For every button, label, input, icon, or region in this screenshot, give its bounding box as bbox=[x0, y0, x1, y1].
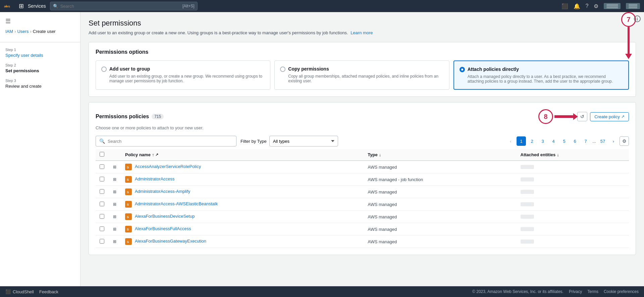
filter-type-select[interactable]: All types AWS managed AWS managed - job … bbox=[269, 136, 338, 146]
annotation-8-circle: 8 bbox=[538, 109, 553, 124]
account-menu[interactable]: ▒▒▒▒ bbox=[604, 3, 621, 9]
permission-options-group: Add user to group Add user to an existin… bbox=[96, 60, 629, 90]
row-checkbox-5[interactable] bbox=[100, 226, 104, 231]
settings-icon[interactable]: ⚙ bbox=[594, 3, 598, 9]
pagination-prev[interactable]: ‹ bbox=[506, 136, 515, 146]
row-checkbox-3[interactable] bbox=[100, 202, 104, 206]
policy-search-input[interactable] bbox=[108, 139, 233, 144]
row-checkbox-0[interactable] bbox=[100, 164, 104, 169]
row-expand-btn-1[interactable]: ⊞ bbox=[112, 176, 117, 182]
policy-link-4[interactable]: AlexaForBusinessDeviceSetup bbox=[135, 214, 195, 219]
pagination-settings-btn[interactable]: ⚙ bbox=[620, 136, 629, 146]
breadcrumb-iam[interactable]: IAM bbox=[5, 29, 13, 34]
policies-table: Policy name ↑ ↗ Type ↓ bbox=[96, 149, 629, 248]
add-to-group-radio[interactable] bbox=[101, 67, 107, 72]
pagination-page-1[interactable]: 1 bbox=[517, 136, 526, 146]
pagination-page-5[interactable]: 5 bbox=[559, 136, 569, 146]
create-policy-button[interactable]: Create policy ↗ bbox=[590, 112, 629, 121]
svg-text:S: S bbox=[127, 228, 129, 231]
aws-cloudshell-icon[interactable]: ⬛ bbox=[561, 3, 568, 9]
row-attached-2 bbox=[517, 186, 629, 198]
attach-policies-option[interactable]: Attach policies directly Attach a manage… bbox=[453, 60, 629, 90]
row-expand-btn-6[interactable]: ⊞ bbox=[112, 239, 117, 245]
row-expand-btn-0[interactable]: ⊞ bbox=[112, 164, 117, 170]
row-attached-4 bbox=[517, 211, 629, 223]
privacy-link[interactable]: Privacy bbox=[569, 289, 582, 294]
col-attached-entities[interactable]: Attached entities ↓ bbox=[517, 149, 629, 161]
support-icon[interactable]: ? bbox=[586, 3, 589, 9]
external-link-icon: ↗ bbox=[155, 153, 158, 157]
copy-permissions-radio[interactable] bbox=[280, 67, 285, 72]
col-type[interactable]: Type ↓ bbox=[364, 149, 516, 161]
table-row: ⊞ S AccessAnalyzerServiceRolePolicy AWS … bbox=[96, 161, 629, 173]
row-expand-btn-4[interactable]: ⊞ bbox=[112, 214, 117, 220]
row-checkbox-1[interactable] bbox=[100, 177, 104, 181]
copy-permissions-desc: Copy all group memberships, attached man… bbox=[288, 74, 443, 83]
breadcrumb-users[interactable]: Users bbox=[17, 29, 29, 34]
select-all-checkbox[interactable] bbox=[100, 152, 104, 157]
breadcrumb: IAM › Users › Create user bbox=[0, 29, 80, 39]
policy-link-6[interactable]: AlexaForBusinessGatewayExecution bbox=[135, 239, 206, 244]
notifications-icon[interactable]: 🔔 bbox=[574, 3, 580, 9]
page-info-icon[interactable]: i bbox=[634, 15, 641, 22]
row-attached-3 bbox=[517, 198, 629, 211]
policy-link-5[interactable]: AlexaForBusinessFullAccess bbox=[135, 226, 191, 231]
policy-icon-2: S bbox=[125, 188, 132, 195]
pagination-page-last[interactable]: 57 bbox=[598, 136, 607, 146]
row-type-2: AWS managed bbox=[364, 186, 516, 198]
grid-icon[interactable]: ⊞ bbox=[19, 2, 24, 10]
add-to-group-option[interactable]: Add user to group Add user to an existin… bbox=[96, 60, 270, 90]
cloudshell-button[interactable]: ⬛ CloudShell bbox=[5, 289, 34, 294]
row-policy-name-0: S AccessAnalyzerServiceRolePolicy bbox=[121, 161, 364, 173]
permissions-options-title: Permissions options bbox=[96, 49, 629, 55]
step-1-label: Step 1 bbox=[5, 48, 75, 52]
pagination-page-6[interactable]: 6 bbox=[570, 136, 580, 146]
row-type-5: AWS managed bbox=[364, 223, 516, 236]
refresh-button[interactable]: ↺ bbox=[577, 112, 587, 121]
row-checkbox-cell bbox=[96, 211, 108, 223]
copyright-text: © 2023, Amazon Web Services, Inc. or its… bbox=[472, 289, 564, 294]
table-row: ⊞ S AdministratorAccess AWS managed - jo… bbox=[96, 173, 629, 186]
table-row: ⊞ S AlexaForBusinessGatewayExecution AWS… bbox=[96, 236, 629, 248]
policy-link-3[interactable]: AdministratorAccess-AWSElasticBeanstalk bbox=[135, 201, 218, 206]
annotation-8: 8 bbox=[538, 109, 575, 124]
policy-link-0[interactable]: AccessAnalyzerServiceRolePolicy bbox=[135, 164, 201, 169]
row-checkbox-2[interactable] bbox=[100, 189, 104, 194]
feedback-button[interactable]: Feedback bbox=[39, 289, 58, 294]
pagination-page-3[interactable]: 3 bbox=[538, 136, 547, 146]
permissions-options-panel: Permissions options Add user to group Ad… bbox=[89, 42, 636, 97]
row-expand-btn-2[interactable]: ⊞ bbox=[112, 189, 117, 195]
search-input[interactable] bbox=[60, 4, 180, 9]
services-link[interactable]: Services bbox=[28, 3, 46, 9]
row-expand-btn-3[interactable]: ⊞ bbox=[112, 201, 117, 207]
pagination-next[interactable]: › bbox=[609, 136, 618, 146]
table-row: ⊞ S AlexaForBusinessDeviceSetup AWS mana… bbox=[96, 211, 629, 223]
attach-policies-radio[interactable] bbox=[460, 67, 465, 72]
row-type-4: AWS managed bbox=[364, 211, 516, 223]
menu-icon[interactable]: ☰ bbox=[0, 17, 80, 29]
cloudshell-label: CloudShell bbox=[13, 289, 34, 294]
region-menu[interactable]: ▒▒▒ bbox=[626, 3, 640, 9]
row-checkbox-6[interactable] bbox=[100, 239, 104, 244]
pagination-page-7[interactable]: 7 bbox=[581, 136, 590, 146]
row-attached-1 bbox=[517, 173, 629, 186]
top-navigation: aws ⊞ Services 🔍 [Alt+S] ⬛ 🔔 ? ⚙ ▒▒▒▒ ▒▒… bbox=[0, 0, 644, 12]
cookie-preferences-link[interactable]: Cookie preferences bbox=[604, 289, 639, 294]
col-policy-name[interactable]: Policy name ↑ ↗ bbox=[121, 149, 364, 161]
row-checkbox-4[interactable] bbox=[100, 214, 104, 219]
copy-permissions-option[interactable]: Copy permissions Copy all group membersh… bbox=[274, 60, 449, 90]
policy-link-1[interactable]: AdministratorAccess bbox=[135, 176, 174, 181]
svg-text:S: S bbox=[127, 166, 129, 169]
step-1-name[interactable]: Specify user details bbox=[5, 53, 43, 58]
policy-link-2[interactable]: AdministratorAccess-Amplify bbox=[135, 189, 190, 194]
pagination-page-2[interactable]: 2 bbox=[527, 136, 537, 146]
global-search-box[interactable]: 🔍 [Alt+S] bbox=[50, 2, 198, 10]
pagination-page-4[interactable]: 4 bbox=[549, 136, 558, 146]
learn-more-link[interactable]: Learn more bbox=[351, 30, 373, 35]
row-policy-name-2: S AdministratorAccess-Amplify bbox=[121, 186, 364, 198]
policy-search-icon: 🔍 bbox=[99, 138, 105, 144]
terms-link[interactable]: Terms bbox=[587, 289, 598, 294]
policy-search-box[interactable]: 🔍 bbox=[96, 136, 236, 146]
row-expand-btn-5[interactable]: ⊞ bbox=[112, 226, 117, 232]
step-3-name: Review and create bbox=[5, 84, 42, 89]
